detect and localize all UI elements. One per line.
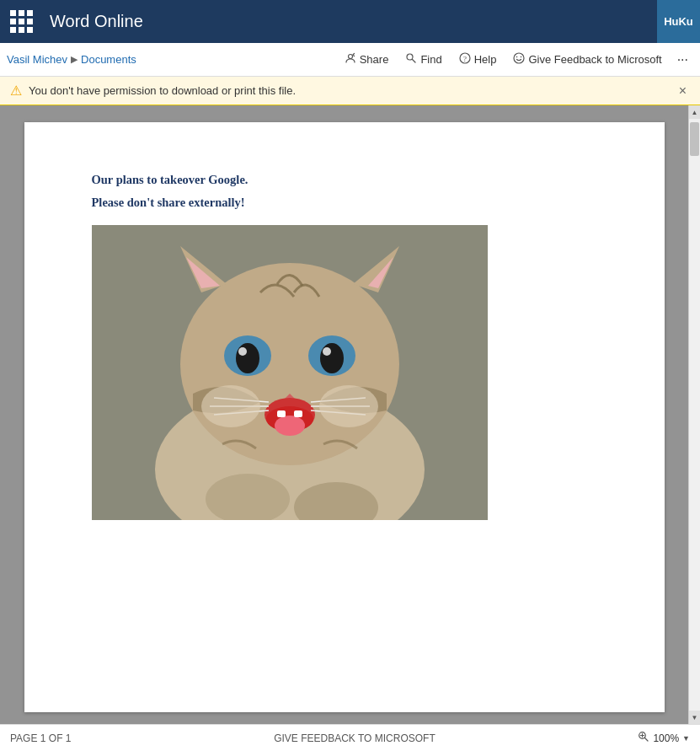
svg-point-19 — [323, 347, 331, 356]
document-area: Our plans to takeover Google. Please don… — [0, 105, 700, 724]
feedback-label: Give Feedback to Microsoft — [528, 53, 661, 66]
help-icon: ? — [459, 52, 471, 67]
breadcrumb-separator: ▶ — [71, 54, 77, 65]
document-subheading: Please don't share externally! — [92, 196, 597, 210]
svg-text:?: ? — [463, 55, 467, 63]
svg-rect-25 — [294, 410, 302, 417]
zoom-icon — [638, 731, 649, 745]
document-scroll[interactable]: Our plans to takeover Google. Please don… — [0, 105, 688, 724]
help-label: Help — [474, 53, 497, 66]
cat-image-placeholder — [92, 225, 488, 520]
breadcrumb: Vasil Michev ▶ Documents — [7, 53, 334, 66]
warning-banner: ⚠ You don't have permission to download … — [0, 77, 700, 105]
svg-point-5 — [516, 56, 518, 58]
more-button[interactable]: ··· — [672, 49, 693, 71]
zoom-dropdown-icon[interactable]: ▼ — [682, 734, 690, 743]
waffle-icon — [10, 10, 33, 33]
svg-point-16 — [236, 343, 259, 373]
user-avatar[interactable]: HuKu — [657, 0, 700, 43]
share-label: Share — [360, 53, 389, 66]
svg-point-4 — [514, 53, 524, 63]
scroll-thumb-track — [689, 119, 700, 711]
svg-point-1 — [407, 54, 413, 60]
waffle-button[interactable] — [0, 0, 43, 43]
zoom-control[interactable]: 100% ▼ — [638, 731, 690, 745]
svg-point-23 — [275, 416, 305, 436]
find-button[interactable]: Find — [398, 49, 448, 70]
document-page: Our plans to takeover Google. Please don… — [24, 122, 665, 712]
document-heading: Our plans to takeover Google. — [92, 173, 597, 187]
app-title: Word Online — [43, 12, 657, 31]
scrollbar[interactable]: ▲ ▼ — [688, 105, 700, 724]
scroll-up-button[interactable]: ▲ — [689, 105, 701, 119]
scroll-down-button[interactable]: ▼ — [689, 711, 701, 724]
cat-svg — [92, 225, 488, 520]
svg-rect-24 — [277, 410, 286, 417]
svg-point-33 — [319, 385, 378, 427]
toolbar: Vasil Michev ▶ Documents Share Find ? — [0, 43, 700, 77]
warning-text: You don't have permission to download or… — [29, 84, 669, 97]
document-image — [92, 225, 488, 520]
help-button[interactable]: ? Help — [452, 49, 504, 70]
feedback-button[interactable]: Give Feedback to Microsoft — [506, 49, 668, 70]
feedback-icon — [513, 52, 525, 67]
share-button[interactable]: Share — [338, 49, 396, 70]
svg-point-17 — [320, 343, 344, 373]
status-bar: PAGE 1 OF 1 GIVE FEEDBACK TO MICROSOFT 1… — [0, 724, 700, 751]
page-info: PAGE 1 OF 1 — [10, 732, 71, 744]
svg-point-0 — [348, 55, 352, 59]
breadcrumb-documents[interactable]: Documents — [81, 53, 136, 66]
svg-point-6 — [521, 56, 522, 58]
share-icon — [345, 52, 356, 67]
svg-point-18 — [238, 347, 247, 356]
svg-point-32 — [201, 385, 260, 427]
find-label: Find — [420, 53, 441, 66]
title-bar: Word Online HuKu — [0, 0, 700, 43]
warning-icon: ⚠ — [10, 83, 22, 99]
find-icon — [405, 52, 417, 67]
close-banner-button[interactable]: × — [676, 83, 690, 99]
breadcrumb-user[interactable]: Vasil Michev — [7, 53, 67, 66]
zoom-value: 100% — [653, 732, 679, 744]
status-feedback-link[interactable]: GIVE FEEDBACK TO MICROSOFT — [274, 732, 435, 744]
scroll-thumb[interactable] — [690, 122, 699, 156]
